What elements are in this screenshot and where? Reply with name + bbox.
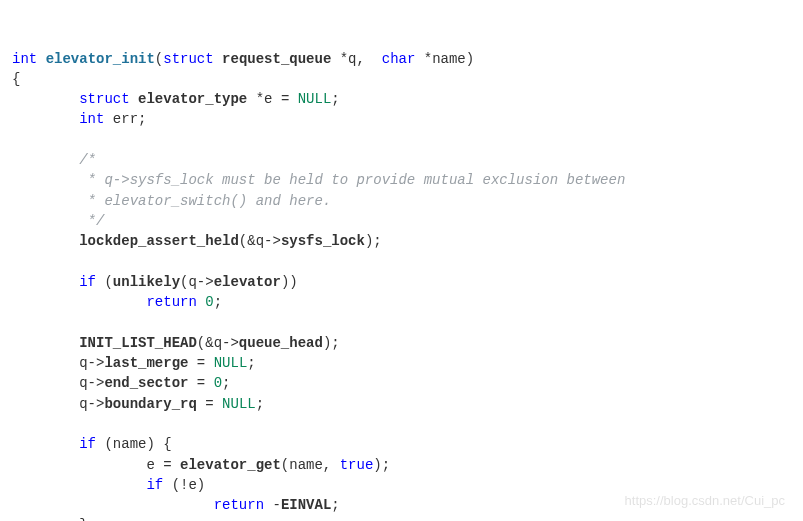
decl-e: *e = [256,91,290,107]
fn-lockdep: lockdep_assert_held [79,233,239,249]
field-last-merge: last_merge [104,355,188,371]
semi-einval: ; [331,497,339,513]
lockdep-arg-open: (&q-> [239,233,281,249]
keyword-int: int [12,51,37,67]
keyword-if-3: if [146,477,163,493]
keyword-return-1: return [146,294,196,310]
br-semi: ; [256,396,264,412]
type-request-queue: request_queue [222,51,331,67]
brace-open: { [12,71,20,87]
eget-lhs: e = [146,457,180,473]
ilh-arg-open: (&q-> [197,335,239,351]
comment-close: */ [79,213,104,229]
param-name: *name) [424,51,474,67]
null-literal-1: NULL [298,91,332,107]
comment-line-2: * elevator_switch() and here. [79,193,331,209]
fn-unlikely: unlikely [113,274,180,290]
field-queue-head: queue_head [239,335,323,351]
field-sysfs-lock: sysfs_lock [281,233,365,249]
fn-init-list-head: INIT_LIST_HEAD [79,335,197,351]
lm-semi: ; [247,355,255,371]
comment-open: /* [79,152,96,168]
fn-elevator-get: elevator_get [180,457,281,473]
param-q: *q, [340,51,365,67]
function-name: elevator_init [46,51,155,67]
watermark-text: https://blog.csdn.net/Cui_pc [625,492,785,511]
lm-eq: = [188,355,213,371]
keyword-struct: struct [163,51,213,67]
eget-open: (name, [281,457,340,473]
lm-pre: q-> [79,355,104,371]
keyword-int2: int [79,111,104,127]
eget-close: ); [373,457,390,473]
null-literal-2: NULL [214,355,248,371]
null-literal-3: NULL [222,396,256,412]
semi-1: ; [331,91,339,107]
const-einval: EINVAL [281,497,331,513]
br-eq: = [197,396,222,412]
if1-arg-open: (q-> [180,274,214,290]
neg-op: - [264,497,281,513]
comment-line-1: * q->sysfs_lock must be held to provide … [79,172,625,188]
keyword-char: char [382,51,416,67]
type-elevator-type: elevator_type [138,91,247,107]
literal-zero-1: 0 [205,294,213,310]
es-semi: ; [222,375,230,391]
if1-close: )) [281,274,298,290]
keyword-if-2: if [79,436,96,452]
field-end-sector: end_sector [104,375,188,391]
brace-close-inner: } [79,517,87,521]
if2-cond: (name) { [96,436,172,452]
if1-open: ( [96,274,113,290]
br-pre: q-> [79,396,104,412]
keyword-return-2: return [214,497,264,513]
decl-err: err; [113,111,147,127]
field-elevator: elevator [214,274,281,290]
es-pre: q-> [79,375,104,391]
semi-ret1: ; [214,294,222,310]
keyword-true: true [340,457,374,473]
if3-cond: (!e) [163,477,205,493]
keyword-struct2: struct [79,91,129,107]
es-eq: = [188,375,213,391]
field-boundary-rq: boundary_rq [104,396,196,412]
literal-zero-2: 0 [214,375,222,391]
ilh-close: ); [323,335,340,351]
lockdep-close: ); [365,233,382,249]
keyword-if-1: if [79,274,96,290]
